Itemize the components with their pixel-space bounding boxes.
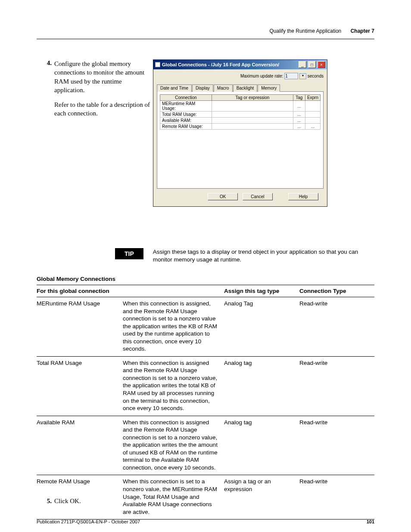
- page-header: Qualify the Runtime Application Chapter …: [270, 28, 374, 34]
- step-5-number: 5.: [43, 498, 54, 505]
- tab-backlight[interactable]: Backlight: [233, 84, 258, 92]
- cell-name: MERuntime RAM Usage: [37, 297, 123, 357]
- step-4-text-2: Refer to the table for a description of …: [54, 100, 150, 118]
- tab-memory[interactable]: Memory: [258, 84, 280, 92]
- cell-name: Available RAM: [37, 416, 123, 475]
- global-connections-dialog: Global Connections - /July 16 Ford App C…: [153, 59, 327, 207]
- connections-table: For this global connection Assign this t…: [37, 285, 374, 520]
- max-update-label: Maximum update rate:: [240, 74, 283, 78]
- grid-cell: MERuntime RAM Usage:: [160, 101, 212, 112]
- header-chapter: Chapter 7: [351, 28, 374, 34]
- app-icon: [155, 62, 160, 67]
- maximize-button[interactable]: □: [308, 61, 316, 68]
- col-tag-expression: Tag or expression: [212, 95, 293, 101]
- step-5-text: Click OK.: [54, 498, 81, 505]
- cell-tag: Analog tag: [224, 416, 299, 475]
- cancel-button[interactable]: Cancel: [243, 193, 273, 200]
- grid-cell[interactable]: [212, 101, 293, 112]
- close-button[interactable]: ×: [318, 61, 325, 68]
- tag-browse-button[interactable]: ...: [293, 112, 305, 118]
- cell-type: Read-write: [299, 416, 374, 475]
- minimize-button[interactable]: _: [299, 61, 306, 68]
- connections-grid: Connection Tag or expression Tag Exprn M…: [160, 94, 321, 130]
- col-connection: Connection: [160, 95, 212, 101]
- col-tag: Tag: [293, 95, 305, 101]
- grid-cell: Total RAM Usage:: [160, 112, 212, 118]
- cell-desc: When this connection is assigned, and th…: [123, 297, 224, 357]
- th-global-connection: For this global connection: [37, 285, 224, 297]
- table-row: Remote RAM Usage When this connection is…: [37, 475, 374, 520]
- expr-browse-button[interactable]: [305, 118, 320, 124]
- step-4-number: 4.: [43, 59, 54, 124]
- cell-desc: When this connection is assigned and the…: [123, 356, 224, 416]
- cell-name: Total RAM Usage: [37, 356, 123, 416]
- header-section: Qualify the Runtime Application: [270, 28, 342, 34]
- max-update-input[interactable]: [284, 73, 298, 79]
- cell-type: Read-write: [299, 356, 374, 416]
- cell-desc: When this connection is assigned and the…: [123, 416, 224, 475]
- grid-cell: Remote RAM Usage:: [160, 124, 212, 130]
- table-caption: Global Memory Connections: [37, 276, 374, 282]
- header-rule: [37, 39, 374, 39]
- footer-page-number: 101: [367, 519, 374, 524]
- dropdown-arrow-icon[interactable]: ▾: [299, 73, 306, 79]
- cell-type: Read-write: [299, 297, 374, 357]
- th-connection-type: Connection Type: [299, 285, 374, 297]
- grid-cell[interactable]: [212, 118, 293, 124]
- cell-desc: When this connection is set to a nonzero…: [123, 475, 224, 520]
- expr-browse-button[interactable]: [305, 101, 320, 112]
- tag-browse-button[interactable]: ...: [293, 124, 305, 130]
- dialog-titlebar: Global Connections - /July 16 Ford App C…: [153, 60, 327, 69]
- expr-browse-button[interactable]: ...: [305, 124, 320, 130]
- tab-display[interactable]: Display: [192, 84, 213, 92]
- table-row: Available RAM When this connection is as…: [37, 416, 374, 475]
- step-4-text-1: Configure the global memory connections …: [54, 59, 150, 94]
- footer-publication: Publication 2711P-QS001A-EN-P - October …: [37, 519, 140, 524]
- cell-tag: Analog tag: [224, 356, 299, 416]
- table-row: Total RAM Usage When this connection is …: [37, 356, 374, 416]
- tab-date-time[interactable]: Date and Time: [157, 84, 192, 92]
- cell-tag: Assign a tag or an expression: [224, 475, 299, 520]
- cell-tag: Analog Tag: [224, 297, 299, 357]
- tab-macro[interactable]: Macro: [214, 84, 233, 92]
- tag-browse-button[interactable]: ...: [293, 101, 305, 112]
- cell-type: Read-write: [299, 475, 374, 520]
- grid-cell[interactable]: [212, 112, 293, 118]
- tag-browse-button[interactable]: ...: [293, 118, 305, 124]
- grid-cell: Available RAM:: [160, 118, 212, 124]
- table-row: MERuntime RAM Usage When this connection…: [37, 297, 374, 357]
- col-exprn: Exprn: [305, 95, 320, 101]
- dialog-title: Global Connections - /July 16 Ford App C…: [162, 62, 297, 67]
- grid-cell[interactable]: [212, 124, 293, 130]
- seconds-label: seconds: [308, 74, 324, 78]
- expr-browse-button[interactable]: [305, 112, 320, 118]
- tip-text: Assign these tags to a display or trend …: [153, 248, 374, 264]
- tip-badge: TIP: [115, 248, 143, 259]
- ok-button[interactable]: OK: [208, 193, 238, 200]
- help-button[interactable]: Help: [288, 193, 318, 200]
- th-tag-type: Assign this tag type: [224, 285, 299, 297]
